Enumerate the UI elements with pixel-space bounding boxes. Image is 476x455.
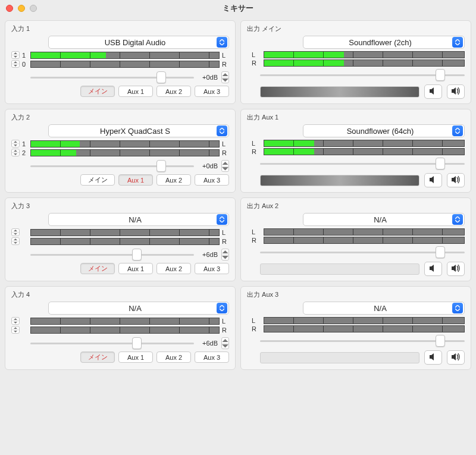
level-meter [264, 228, 465, 236]
device-select-label: Soundflower (64ch) [308, 127, 452, 136]
channel-side: R [252, 325, 260, 332]
mute-button[interactable] [424, 262, 442, 276]
channel-side: L [252, 51, 260, 58]
chevron-up-down-icon [452, 37, 463, 48]
channel-side: R [222, 61, 229, 68]
device-select[interactable]: N/A [303, 213, 465, 226]
channel-stepper[interactable] [11, 51, 20, 59]
channel-side: R [252, 237, 260, 244]
level-meter [30, 149, 220, 156]
gain-stepper[interactable] [221, 249, 229, 261]
route-buttons: メインAux 1Aux 2Aux 3 [11, 174, 229, 186]
level-meter [30, 238, 220, 245]
level-meter [264, 325, 465, 332]
route-aux2-button[interactable]: Aux 2 [156, 352, 191, 363]
gain-stepper[interactable] [221, 71, 229, 83]
balance-bar[interactable] [260, 352, 419, 363]
mute-button[interactable] [424, 173, 442, 187]
channel-stepper[interactable] [11, 326, 20, 334]
route-buttons: メインAux 1Aux 2Aux 3 [11, 86, 229, 97]
route-aux1-button[interactable]: Aux 1 [118, 263, 153, 274]
level-meter [30, 52, 220, 59]
meter-row: 1 L [11, 51, 229, 59]
gain-stepper[interactable] [221, 337, 229, 349]
device-select-label: N/A [308, 215, 452, 224]
meter-row: R [252, 59, 465, 67]
mute-button[interactable] [424, 350, 442, 365]
meter-row: R [252, 325, 465, 332]
channel-side: L [222, 229, 229, 236]
device-select[interactable]: Soundflower (64ch) [303, 124, 465, 137]
route-main-button[interactable]: メイン [80, 352, 115, 363]
device-select-label: N/A [54, 215, 217, 224]
level-meter [30, 61, 220, 68]
meter-row: R [11, 237, 229, 245]
device-select[interactable]: N/A [48, 213, 229, 226]
titlebar: ミキサー [0, 0, 476, 17]
max-volume-button[interactable] [447, 173, 465, 187]
device-select-label: HyperX QuadCast S [54, 127, 217, 136]
gain-slider[interactable] [30, 73, 194, 82]
speaker-full-icon [451, 264, 461, 274]
speaker-mute-icon [428, 353, 438, 363]
max-volume-button[interactable] [447, 350, 465, 365]
device-select-label: USB Digital Audio [54, 38, 217, 47]
window-title: ミキサー [0, 3, 476, 14]
route-aux1-button[interactable]: Aux 1 [118, 352, 153, 363]
channel-stepper[interactable] [11, 237, 20, 245]
route-aux1-button[interactable]: Aux 1 [118, 174, 153, 186]
level-meter [30, 318, 220, 325]
route-aux2-button[interactable]: Aux 2 [156, 263, 191, 274]
route-main-button[interactable]: メイン [80, 86, 115, 97]
speaker-full-icon [451, 87, 461, 97]
meter-row: L [252, 317, 465, 324]
channel-stepper[interactable] [11, 60, 20, 68]
level-meter [264, 59, 465, 67]
route-aux3-button[interactable]: Aux 3 [195, 352, 229, 363]
volume-slider[interactable] [260, 336, 465, 346]
balance-bar[interactable] [260, 263, 419, 275]
gain-readout: +0dB [198, 74, 218, 81]
device-select[interactable]: USB Digital Audio [48, 36, 229, 49]
route-aux2-button[interactable]: Aux 2 [156, 174, 191, 186]
chevron-up-down-icon [452, 303, 463, 313]
gain-slider[interactable] [30, 161, 194, 171]
volume-slider[interactable] [260, 247, 465, 257]
gain-readout: +0dB [198, 162, 218, 170]
max-volume-button[interactable] [447, 84, 465, 99]
channel-stepper[interactable] [11, 228, 20, 236]
level-meter [264, 140, 465, 147]
route-main-button[interactable]: メイン [80, 174, 115, 186]
channel-stepper[interactable] [11, 317, 20, 325]
meter-row: 0 R [11, 60, 229, 68]
route-aux2-button[interactable]: Aux 2 [156, 86, 191, 97]
meter-row: 1 L [11, 140, 229, 148]
level-meter [264, 148, 465, 155]
meter-row: 2 R [11, 149, 229, 156]
balance-bar[interactable] [260, 175, 419, 186]
device-select[interactable]: N/A [48, 302, 229, 315]
device-select[interactable]: HyperX QuadCast S [48, 124, 229, 137]
channel-stepper[interactable] [11, 149, 20, 156]
route-aux3-button[interactable]: Aux 3 [195, 174, 229, 186]
level-meter [264, 237, 465, 244]
device-select[interactable]: N/A [303, 302, 465, 315]
volume-slider[interactable] [260, 159, 465, 168]
route-main-button[interactable]: メイン [80, 263, 115, 274]
max-volume-button[interactable] [447, 262, 465, 276]
route-aux1-button[interactable]: Aux 1 [118, 86, 153, 97]
gain-slider[interactable] [30, 250, 194, 259]
balance-bar[interactable] [260, 86, 419, 98]
gain-slider[interactable] [30, 338, 194, 348]
channel-side: L [222, 318, 229, 325]
gain-stepper[interactable] [221, 160, 229, 172]
input-panel-4: 入力 4 N/A L [5, 286, 236, 370]
device-select[interactable]: Soundflower (2ch) [303, 36, 465, 49]
channel-stepper[interactable] [11, 140, 20, 148]
channel-number: 2 [21, 149, 27, 156]
route-aux3-button[interactable]: Aux 3 [195, 263, 229, 274]
mute-button[interactable] [424, 84, 442, 99]
volume-slider[interactable] [260, 70, 465, 80]
route-aux3-button[interactable]: Aux 3 [195, 86, 229, 97]
speaker-mute-icon [428, 87, 438, 97]
